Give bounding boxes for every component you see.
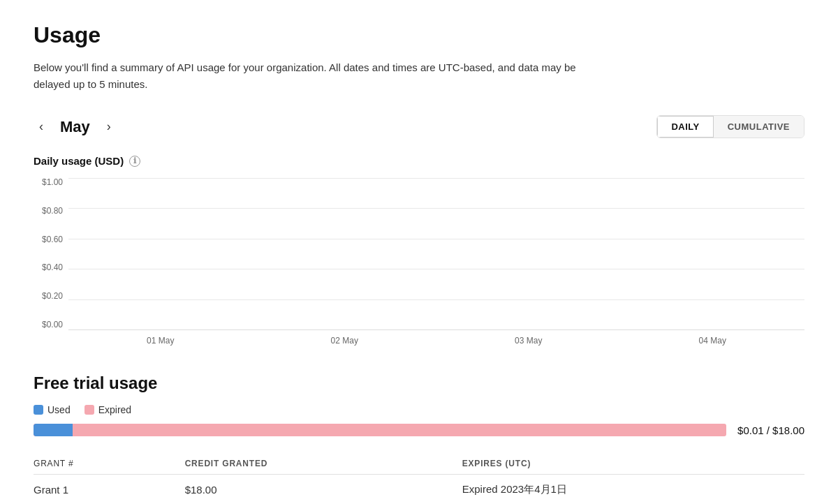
grid-line-3 — [68, 269, 804, 269]
col-header-grant: GRANT # — [34, 453, 185, 475]
prev-month-button[interactable]: ‹ — [34, 117, 49, 137]
chart-info-icon[interactable]: ℹ — [129, 156, 140, 167]
y-axis: $1.00 $0.80 $0.60 $0.40 $0.20 $0.00 — [34, 178, 68, 346]
progress-row: $0.01 / $18.00 — [34, 424, 804, 436]
y-label-2: $0.80 — [34, 207, 63, 215]
col-header-credit: CREDIT GRANTED — [185, 453, 462, 475]
expired-legend-label: Expired — [98, 404, 131, 415]
daily-toggle-button[interactable]: DAILY — [657, 116, 713, 138]
legend: Used Expired — [34, 404, 804, 415]
y-label-3: $0.60 — [34, 235, 63, 244]
grid-line-2 — [68, 239, 804, 239]
progress-bar-fill — [34, 424, 73, 436]
grid-line-1 — [68, 208, 804, 209]
y-label-4: $0.40 — [34, 263, 63, 272]
progress-value: $0.01 / $18.00 — [737, 424, 804, 436]
month-navigation: ‹ May › DAILY CUMULATIVE — [34, 115, 804, 138]
chart-section: Daily usage (USD) ℹ $1.00 $0.80 $0.60 $0… — [34, 155, 804, 346]
x-label-2: 02 May — [331, 336, 358, 346]
chart-area: $1.00 $0.80 $0.60 $0.40 $0.20 $0.00 01 M… — [34, 178, 804, 346]
progress-bar-container — [34, 424, 726, 436]
page-title: Usage — [34, 22, 804, 48]
expired-legend-dot — [84, 405, 94, 415]
col-header-expires: EXPIRES (UTC) — [462, 453, 804, 475]
next-month-button[interactable]: › — [101, 117, 117, 137]
table-row: Grant 1$18.00Expired 2023年4月1日 — [34, 475, 804, 505]
legend-used: Used — [34, 404, 71, 415]
free-trial-section: Free trial usage Used Expired $0.01 / $1… — [34, 373, 804, 504]
legend-expired: Expired — [84, 404, 131, 415]
page-description: Below you'll find a summary of API usage… — [34, 59, 606, 93]
table-header-row: GRANT # CREDIT GRANTED EXPIRES (UTC) — [34, 453, 804, 475]
y-label-5: $0.20 — [34, 292, 63, 300]
chart-title-text: Daily usage (USD) — [34, 155, 124, 167]
month-nav-left: ‹ May › — [34, 117, 117, 137]
chart-grid — [68, 178, 804, 330]
chart-body: 01 May 02 May 03 May 04 May — [68, 178, 804, 346]
view-toggle: DAILY CUMULATIVE — [656, 115, 804, 138]
credit-granted-cell: $18.00 — [185, 475, 462, 505]
x-label-3: 03 May — [515, 336, 542, 346]
x-label-1: 01 May — [147, 336, 174, 346]
used-legend-dot — [34, 405, 43, 415]
free-trial-title: Free trial usage — [34, 373, 804, 393]
used-legend-label: Used — [47, 404, 71, 415]
x-axis: 01 May 02 May 03 May 04 May — [68, 330, 804, 346]
chart-container: $1.00 $0.80 $0.60 $0.40 $0.20 $0.00 01 M… — [34, 178, 804, 346]
chart-title: Daily usage (USD) ℹ — [34, 155, 804, 167]
current-month-label: May — [60, 118, 90, 136]
y-label-1: $1.00 — [34, 178, 63, 186]
grants-table: GRANT # CREDIT GRANTED EXPIRES (UTC) Gra… — [34, 453, 804, 504]
grid-line-0 — [68, 178, 804, 179]
grid-line-4 — [68, 299, 804, 300]
x-label-4: 04 May — [699, 336, 726, 346]
expires-cell: Expired 2023年4月1日 — [462, 475, 804, 505]
cumulative-toggle-button[interactable]: CUMULATIVE — [714, 116, 804, 138]
grant-number-cell: Grant 1 — [34, 475, 185, 505]
y-label-6: $0.00 — [34, 320, 63, 329]
